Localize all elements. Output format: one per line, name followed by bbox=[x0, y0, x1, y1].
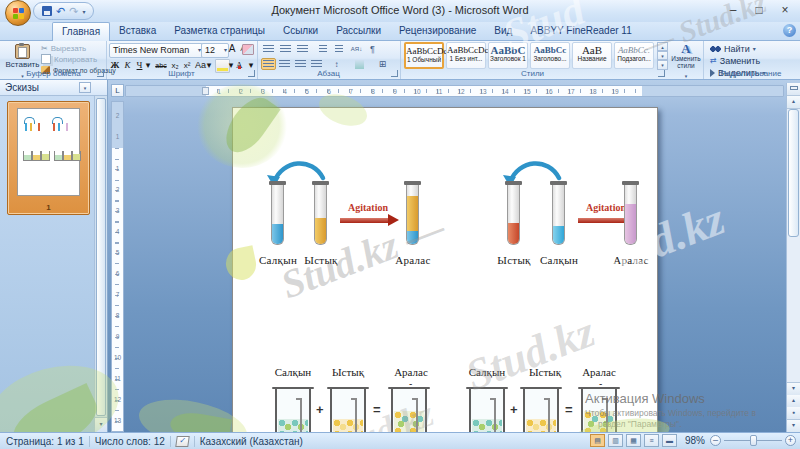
copy-icon bbox=[41, 54, 51, 64]
ruler-toggle-button[interactable] bbox=[787, 83, 800, 96]
grow-font-button[interactable]: А bbox=[226, 43, 238, 55]
thumbnails-pane-header: Эскизы ▾ bbox=[0, 80, 107, 96]
sort-button[interactable]: АЯ↓ bbox=[349, 43, 364, 55]
align-center-icon bbox=[279, 60, 290, 68]
scroll-up-icon[interactable]: ▴ bbox=[787, 96, 800, 109]
bullet-list-icon bbox=[263, 45, 274, 53]
vertical-ruler[interactable]: 21 12345678910111213 bbox=[111, 101, 124, 432]
document-page[interactable]: Agitation Салқын Ыстық Аралас bbox=[232, 107, 658, 432]
ruler-number: 8 bbox=[362, 86, 384, 96]
increase-indent-button[interactable] bbox=[331, 43, 346, 55]
tab-glavnaya[interactable]: Главная bbox=[52, 22, 110, 41]
tab-abbyy[interactable]: ABBYY FineReader 11 bbox=[521, 22, 640, 40]
group-label-clipboard: Буфер обмена bbox=[1, 69, 106, 79]
proofing-status-icon[interactable]: ✓ bbox=[175, 436, 190, 447]
font-family-combo[interactable]: Times New Roman ▾ bbox=[109, 43, 203, 58]
thumbnails-scroll-down-icon[interactable]: ▾ bbox=[95, 417, 107, 432]
office-button[interactable] bbox=[5, 0, 31, 26]
arrow-head-icon bbox=[388, 214, 399, 226]
zoom-level[interactable]: 98% bbox=[685, 435, 705, 446]
beaker-mixed bbox=[391, 388, 427, 432]
style-preview: AaBbCc bbox=[531, 45, 569, 55]
group-label-styles: Стили bbox=[400, 69, 665, 79]
zoom-in-button[interactable]: + bbox=[785, 435, 796, 446]
fullscreen-reading-view-button[interactable]: ▥ bbox=[608, 434, 623, 447]
decrease-indent-button[interactable] bbox=[315, 43, 330, 55]
style-name: Заголово... bbox=[531, 55, 569, 63]
tab-ssylki[interactable]: Ссылки bbox=[274, 22, 327, 40]
outline-view-button[interactable]: ≡ bbox=[644, 434, 659, 447]
language-indicator[interactable]: Казахский (Казахстан) bbox=[200, 436, 303, 447]
style-title[interactable]: АаВ Название bbox=[572, 42, 612, 69]
font-dialog-launcher-icon[interactable] bbox=[248, 70, 255, 77]
restore-button[interactable]: □ bbox=[746, 0, 772, 20]
change-styles-button[interactable]: А Изменить стили ▾ bbox=[671, 41, 701, 79]
pane-menu-dropdown-icon[interactable]: ▾ bbox=[79, 82, 91, 93]
redo-icon[interactable]: ↷ bbox=[69, 6, 78, 17]
cut-button[interactable]: ✂ Вырезать bbox=[41, 43, 86, 53]
status-bar: Страница: 1 из 1 Число слов: 12 ✓ Казахс… bbox=[0, 432, 800, 449]
paragraph-dialog-launcher-icon[interactable] bbox=[391, 70, 398, 77]
style-name: Подзагол... bbox=[615, 55, 653, 63]
replace-button[interactable]: ⇄ Заменить bbox=[710, 55, 760, 66]
zoom-slider[interactable] bbox=[724, 435, 782, 446]
document-scrollbar[interactable]: ▴ ▾ ▴ ● ▾ bbox=[786, 83, 800, 432]
zoom-slider-thumb[interactable] bbox=[750, 435, 757, 446]
style-heading1[interactable]: AaBbC Заголовок 1 bbox=[488, 42, 528, 69]
ruler-number: 6 bbox=[318, 86, 340, 96]
draft-view-button[interactable]: ▬ bbox=[662, 434, 677, 447]
ruler-numbers: 12345678910111213141516171819 bbox=[208, 86, 626, 96]
tab-stop-selector[interactable]: L bbox=[111, 84, 124, 97]
liquid-red bbox=[508, 223, 519, 244]
font-size-combo[interactable]: 12 ▾ bbox=[201, 43, 229, 58]
save-icon[interactable] bbox=[42, 6, 52, 16]
numbering-button[interactable] bbox=[278, 43, 293, 55]
qat-dropdown-icon[interactable]: ▾ bbox=[82, 8, 85, 15]
document-workspace: L 12345678910111213141516171819 21 12345… bbox=[108, 80, 800, 432]
page-indicator[interactable]: Страница: 1 из 1 bbox=[6, 436, 84, 447]
find-dropdown-icon: ▾ bbox=[753, 45, 756, 52]
tab-vstavka[interactable]: Вставка bbox=[110, 22, 165, 40]
zoom-out-button[interactable]: – bbox=[710, 435, 721, 446]
scrollbar-thumb[interactable] bbox=[788, 109, 799, 237]
close-button[interactable]: × bbox=[772, 0, 798, 20]
minimize-button[interactable]: – bbox=[720, 0, 746, 20]
ruler-number: 10 bbox=[406, 86, 428, 96]
tab-recenzirovanie[interactable]: Рецензирование bbox=[390, 22, 485, 40]
select-browse-object-icon[interactable]: ● bbox=[787, 407, 800, 420]
web-layout-view-button[interactable]: ▦ bbox=[626, 434, 641, 447]
paste-button[interactable]: Вставить ▾ bbox=[4, 42, 41, 71]
word-count[interactable]: Число слов: 12 bbox=[95, 436, 165, 447]
tab-vid[interactable]: Вид bbox=[485, 22, 521, 40]
thumbnails-scrollbar-thumb[interactable] bbox=[96, 98, 106, 416]
tab-rassylki[interactable]: Рассылки bbox=[327, 22, 390, 40]
print-layout-view-button[interactable]: ▤ bbox=[590, 434, 605, 447]
pilcrow-button[interactable]: ¶ bbox=[365, 43, 380, 55]
style-normal[interactable]: AaBbCcDc 1 Обычный bbox=[404, 42, 444, 69]
next-page-icon[interactable]: ▾ bbox=[787, 420, 800, 432]
thumbnails-scrollbar[interactable]: ▾ bbox=[94, 96, 107, 432]
horizontal-ruler[interactable]: 12345678910111213141516171819 bbox=[125, 85, 784, 97]
clear-formatting-icon[interactable] bbox=[242, 44, 254, 55]
style-subtitle[interactable]: AaBbCc. Подзагол... bbox=[614, 42, 654, 69]
undo-icon[interactable]: ↶ bbox=[56, 6, 65, 17]
copy-button[interactable]: Копировать bbox=[41, 54, 97, 64]
bullets-button[interactable] bbox=[261, 43, 276, 55]
style-heading2[interactable]: AaBbCc Заголово... bbox=[530, 42, 570, 69]
styles-dialog-launcher-icon[interactable] bbox=[658, 70, 665, 77]
beaker-fill-cold bbox=[472, 419, 502, 432]
help-icon[interactable]: ? bbox=[783, 24, 796, 37]
ruler-number: 9 bbox=[384, 86, 406, 96]
find-button[interactable]: Найти ▾ bbox=[710, 43, 756, 54]
page-thumbnail-selected[interactable]: 1 bbox=[7, 101, 90, 215]
styles-scroll-up-icon[interactable]: ▴ bbox=[657, 42, 668, 51]
clipboard-dialog-launcher-icon[interactable] bbox=[97, 70, 104, 77]
styles-scroll-down-icon[interactable]: ▾ bbox=[657, 51, 668, 60]
multilevel-list-button[interactable] bbox=[295, 43, 310, 55]
liquid-blue bbox=[272, 224, 283, 244]
scroll-down-icon[interactable]: ▾ bbox=[787, 382, 800, 396]
style-no-spacing[interactable]: AaBbCcDc 1 Без инт... bbox=[446, 42, 486, 69]
tab-razmetka[interactable]: Разметка страницы bbox=[165, 22, 274, 40]
ruler-number: 2 bbox=[230, 86, 252, 96]
align-left-icon bbox=[263, 60, 274, 68]
